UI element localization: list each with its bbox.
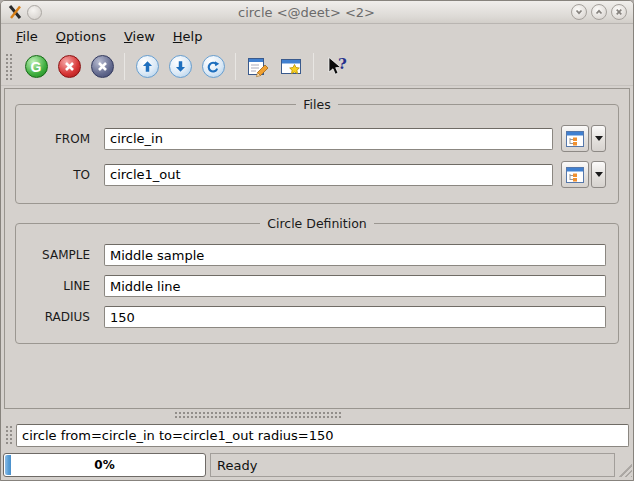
progress-fill bbox=[5, 455, 11, 475]
stop-icon bbox=[58, 55, 81, 78]
line-input[interactable] bbox=[104, 275, 606, 297]
menu-help[interactable]: Help bbox=[164, 27, 212, 46]
menubar: File Options View Help bbox=[1, 24, 633, 48]
window-title: circle <@deet> <2> bbox=[46, 5, 567, 20]
command-line-input[interactable] bbox=[16, 424, 629, 447]
arrow-down-icon bbox=[169, 55, 192, 78]
circle-definition-legend: Circle Definition bbox=[260, 216, 374, 231]
menu-file[interactable]: File bbox=[7, 27, 47, 46]
radius-label: RADIUS bbox=[28, 310, 90, 324]
redo-button[interactable] bbox=[198, 52, 228, 82]
file-browser-icon bbox=[565, 129, 585, 149]
move-up-button[interactable] bbox=[132, 52, 162, 82]
line-row: LINE bbox=[28, 275, 606, 297]
window-menu-button[interactable] bbox=[27, 5, 42, 20]
statusbar: 0% Ready bbox=[1, 451, 633, 480]
status-message: Ready bbox=[210, 453, 615, 477]
menu-view[interactable]: View bbox=[115, 27, 164, 46]
svg-text:?: ? bbox=[338, 55, 347, 73]
circle-definition-groupbox: Circle Definition SAMPLE LINE RADIUS bbox=[15, 216, 619, 344]
progress-label: 0% bbox=[94, 458, 114, 472]
files-groupbox: Files FROM bbox=[15, 97, 619, 204]
toolbar: G bbox=[1, 48, 633, 86]
dropdown-arrow-icon bbox=[595, 172, 603, 177]
minimize-button[interactable] bbox=[571, 4, 587, 20]
new-window-button[interactable] bbox=[276, 52, 306, 82]
to-row: TO bbox=[28, 161, 606, 188]
to-dropdown-button[interactable] bbox=[591, 161, 606, 188]
radius-input[interactable] bbox=[104, 306, 606, 328]
parameter-panel: Files FROM bbox=[4, 88, 630, 409]
toolbar-separator bbox=[235, 53, 236, 80]
to-label: TO bbox=[28, 168, 90, 182]
splitter-handle[interactable] bbox=[174, 411, 342, 418]
x-logo-icon bbox=[7, 4, 23, 20]
to-browse-group bbox=[561, 161, 606, 188]
new-window-icon bbox=[279, 55, 303, 79]
sample-row: SAMPLE bbox=[28, 244, 606, 266]
move-down-button[interactable] bbox=[165, 52, 195, 82]
progress-bar: 0% bbox=[3, 453, 206, 477]
from-browse-button[interactable] bbox=[561, 125, 589, 152]
whats-this-icon: ? bbox=[324, 55, 348, 79]
close-window-button[interactable] bbox=[87, 52, 117, 82]
chevron-up-icon bbox=[594, 7, 604, 17]
titlebar[interactable]: circle <@deet> <2> bbox=[1, 1, 633, 24]
whats-this-button[interactable]: ? bbox=[321, 52, 351, 82]
sample-label: SAMPLE bbox=[28, 248, 90, 262]
go-icon: G bbox=[25, 55, 48, 78]
command-line-row bbox=[1, 420, 633, 451]
app-window: circle <@deet> <2> File Options View Hel… bbox=[0, 0, 634, 481]
toolbar-separator bbox=[313, 53, 314, 80]
toolbar-separator bbox=[124, 53, 125, 80]
file-browser-icon bbox=[565, 165, 585, 185]
files-legend: Files bbox=[296, 97, 337, 112]
from-label: FROM bbox=[28, 132, 90, 146]
edit-command-button[interactable] bbox=[243, 52, 273, 82]
resize-grip-icon[interactable] bbox=[617, 462, 632, 477]
line-label: LINE bbox=[28, 279, 90, 293]
radius-row: RADIUS bbox=[28, 306, 606, 328]
maximize-button[interactable] bbox=[591, 4, 607, 20]
splitter bbox=[1, 409, 633, 420]
close-circle-icon bbox=[91, 55, 114, 78]
run-button[interactable]: G bbox=[21, 52, 51, 82]
to-browse-button[interactable] bbox=[561, 161, 589, 188]
command-line-drag-handle[interactable] bbox=[5, 425, 12, 446]
sample-input[interactable] bbox=[104, 244, 606, 266]
toolbar-drag-handle[interactable] bbox=[5, 53, 13, 80]
close-icon bbox=[614, 7, 624, 17]
chevron-down-icon bbox=[574, 7, 584, 17]
menu-options[interactable]: Options bbox=[47, 27, 115, 46]
close-button[interactable] bbox=[611, 4, 627, 20]
from-dropdown-button[interactable] bbox=[591, 125, 606, 152]
redo-icon bbox=[202, 55, 225, 78]
to-input[interactable] bbox=[104, 164, 553, 186]
from-input[interactable] bbox=[104, 128, 553, 150]
stop-button[interactable] bbox=[54, 52, 84, 82]
arrow-up-icon bbox=[136, 55, 159, 78]
edit-command-icon bbox=[246, 55, 270, 79]
from-browse-group bbox=[561, 125, 606, 152]
from-row: FROM bbox=[28, 125, 606, 152]
dropdown-arrow-icon bbox=[595, 136, 603, 141]
